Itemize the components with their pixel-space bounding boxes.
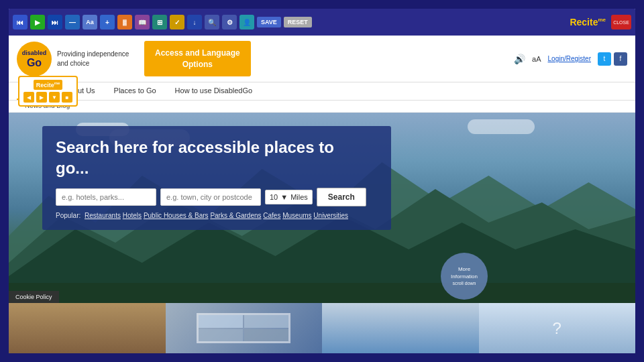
save-btn[interactable]: SAVE xyxy=(257,17,281,27)
logo-area: disabled Go Providing independence and c… xyxy=(17,42,138,76)
rewind-btn[interactable]: ⏮ xyxy=(13,15,28,29)
search-button[interactable]: Search xyxy=(317,188,366,206)
twitter-btn[interactable]: t xyxy=(598,52,611,66)
popular-restaurants[interactable]: Restaurants xyxy=(85,212,121,219)
reset-btn[interactable]: RESET xyxy=(284,17,312,27)
nav-places[interactable]: Places to Go xyxy=(105,82,166,100)
book-btn[interactable]: 📖 xyxy=(135,15,150,29)
cloud-3 xyxy=(468,119,535,134)
popular-universities[interactable]: Universities xyxy=(313,212,348,219)
thumbnail-4: ? xyxy=(479,303,636,353)
plus-btn[interactable]: + xyxy=(100,15,115,29)
recite-mini-widget: Reciteme ◀ ▶ ▼ ■ xyxy=(18,76,78,107)
website-content: disabled Go Providing independence and c… xyxy=(9,36,635,353)
color-btn[interactable]: ▓ xyxy=(117,15,132,29)
recite-mini-btn-3[interactable]: ▼ xyxy=(49,92,60,103)
site-nav: Home About Us Places to Go How to use Di… xyxy=(9,82,635,101)
search-inputs: 10 ▼ Miles Search xyxy=(56,188,378,206)
more-info-button[interactable]: More Information scroll down xyxy=(441,253,488,300)
browser-window: ⏮ ▶ ⏭ — Aa + ▓ 📖 ⊞ ✓ ↓ 🔍 ⚙ 👤 SAVE RESET … xyxy=(7,7,637,355)
search-headline: Search here for accessible places to go.… xyxy=(56,137,378,178)
text-size-display[interactable]: aA xyxy=(532,55,541,63)
recite-mini-btn-4[interactable]: ■ xyxy=(62,92,72,103)
more-info-line1: More xyxy=(458,265,470,273)
hero-section: Search here for accessible places to go.… xyxy=(9,113,635,353)
svg-rect-3 xyxy=(9,283,635,303)
toolbar: ⏮ ▶ ⏭ — Aa + ▓ 📖 ⊞ ✓ ↓ 🔍 ⚙ 👤 SAVE RESET … xyxy=(9,9,635,36)
grid-btn[interactable]: ⊞ xyxy=(152,15,167,29)
access-options-btn[interactable]: Access and Language Options xyxy=(144,41,251,77)
logo-circle: disabled Go xyxy=(17,42,52,76)
popular-museums[interactable]: Museums xyxy=(282,212,311,219)
popular-hotels[interactable]: Hotels xyxy=(123,212,142,219)
popular-parks[interactable]: Parks & Gardens xyxy=(210,212,261,219)
access-btn-line1: Access and Language xyxy=(155,48,240,58)
recite-mini-btn-2[interactable]: ▶ xyxy=(36,92,47,103)
header-right: 🔊 aA Login/Register t f xyxy=(514,52,627,66)
scroll-down-label: scroll down xyxy=(452,280,476,287)
login-link[interactable]: Login/Register xyxy=(548,55,591,62)
thumbnail-3 xyxy=(322,303,479,353)
fastforward-btn[interactable]: ⏭ xyxy=(48,15,62,29)
popular-links: Popular: Restaurants Hotels Public House… xyxy=(56,212,378,219)
search-box: Search here for accessible places to go.… xyxy=(42,126,391,230)
text-size-btn[interactable]: Aa xyxy=(83,15,97,29)
logo-go-text: Go xyxy=(27,57,42,68)
dropdown-arrow-icon: ▼ xyxy=(280,193,288,201)
more-info-line2: Information xyxy=(451,273,478,280)
social-icons: t f xyxy=(598,52,627,66)
check-btn[interactable]: ✓ xyxy=(170,15,184,29)
recite-mini-controls: ◀ ▶ ▼ ■ xyxy=(23,92,72,103)
site-header: disabled Go Providing independence and c… xyxy=(9,36,635,82)
popular-pubs[interactable]: Public Houses & Bars xyxy=(144,212,209,219)
settings-btn[interactable]: ⚙ xyxy=(222,15,237,29)
cookie-policy-bar[interactable]: Cookie Policy xyxy=(9,291,59,303)
thumbnail-2 xyxy=(166,303,323,353)
tagline: Providing independence and choice xyxy=(57,50,138,68)
sound-icon[interactable]: 🔊 xyxy=(514,54,525,64)
recite-mini-logo: Reciteme xyxy=(34,80,63,90)
miles-label: Miles xyxy=(290,193,308,201)
nav-news[interactable]: News and Blog xyxy=(17,101,627,112)
recite-mini-btn-1[interactable]: ◀ xyxy=(23,92,34,103)
bottom-thumbnails: ? xyxy=(9,303,635,353)
miles-value: 10 xyxy=(270,193,278,201)
recite-logo: Reciteme xyxy=(570,17,606,27)
download-btn[interactable]: ↓ xyxy=(187,15,202,29)
search-place-input[interactable] xyxy=(56,188,156,206)
close-btn[interactable]: CLOSE xyxy=(611,15,631,29)
play-btn[interactable]: ▶ xyxy=(30,15,45,29)
miles-selector[interactable]: 10 ▼ Miles xyxy=(265,190,313,204)
popular-cafes[interactable]: Cafes xyxy=(263,212,280,219)
stop-btn[interactable]: — xyxy=(65,15,80,29)
access-btn-line2: Options xyxy=(182,60,213,69)
user-btn[interactable]: 👤 xyxy=(239,15,254,29)
popular-prefix: Popular: xyxy=(56,212,80,219)
search-location-input[interactable] xyxy=(160,188,261,206)
logo-text: disabled xyxy=(22,50,47,56)
facebook-btn[interactable]: f xyxy=(614,52,627,66)
nav-howto[interactable]: How to use DisabledGo xyxy=(166,82,262,100)
thumbnail-1 xyxy=(9,303,166,353)
search-tool-btn[interactable]: 🔍 xyxy=(205,15,219,29)
